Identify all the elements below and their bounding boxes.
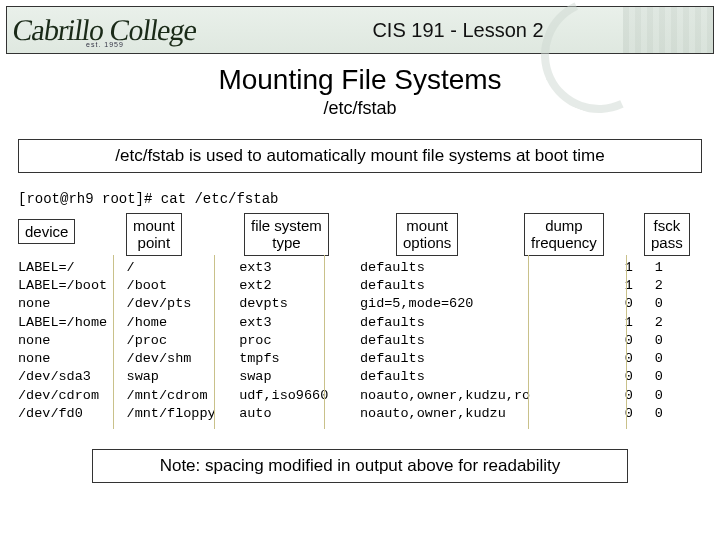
- cell-device: none: [18, 295, 127, 313]
- table-row: none/dev/ptsdevptsgid=5,mode=62000: [18, 295, 702, 313]
- cell-fstype: ext3: [239, 314, 360, 332]
- table-row: /dev/fd0/mnt/floppyautonoauto,owner,kudz…: [18, 405, 702, 423]
- cell-fstype: devpts: [239, 295, 360, 313]
- cell-fstype: proc: [239, 332, 360, 350]
- table-row: /dev/cdrom/mnt/cdromudf,iso9660noauto,ow…: [18, 387, 702, 405]
- cell-fstype: udf,iso9660: [239, 387, 360, 405]
- cell-mount: swap: [127, 368, 240, 386]
- college-logo: Cabrillo College est. 1959: [7, 7, 203, 53]
- cell-device: LABEL=/boot: [18, 277, 127, 295]
- cell-options: noauto,owner,kudzu,ro: [360, 387, 575, 405]
- table-row: LABEL=/boot/bootext2defaults12: [18, 277, 702, 295]
- slide-banner: Cabrillo College est. 1959 CIS 191 - Les…: [6, 6, 714, 54]
- cell-device: LABEL=/: [18, 259, 127, 277]
- label-fsck: fsckpass: [644, 213, 690, 256]
- cell-fstype: ext3: [239, 259, 360, 277]
- cell-options: gid=5,mode=620: [360, 295, 575, 313]
- cell-mount: /dev/pts: [127, 295, 240, 313]
- cell-fsck: 0: [655, 350, 702, 368]
- cell-options: defaults: [360, 314, 575, 332]
- logo-subtext: est. 1959: [86, 41, 124, 48]
- cell-dump: 0: [575, 387, 655, 405]
- cell-device: /dev/fd0: [18, 405, 127, 423]
- cell-options: defaults: [360, 277, 575, 295]
- cell-fstype: tmpfs: [239, 350, 360, 368]
- cell-fstype: ext2: [239, 277, 360, 295]
- column-divider: [324, 255, 325, 429]
- cell-fstype: swap: [239, 368, 360, 386]
- cell-device: none: [18, 332, 127, 350]
- fstab-table-wrap: LABEL=//ext3defaults11LABEL=/boot/bootex…: [0, 259, 720, 423]
- label-fs-type: file systemtype: [244, 213, 329, 256]
- fstab-table: LABEL=//ext3defaults11LABEL=/boot/bootex…: [18, 259, 702, 423]
- cell-mount: /boot: [127, 277, 240, 295]
- column-divider: [113, 255, 114, 429]
- cell-device: /dev/sda3: [18, 368, 127, 386]
- table-row: LABEL=/home/homeext3defaults12: [18, 314, 702, 332]
- cell-fsck: 2: [655, 314, 702, 332]
- label-options: mountoptions: [396, 213, 458, 256]
- cell-options: noauto,owner,kudzu: [360, 405, 575, 423]
- cell-options: defaults: [360, 350, 575, 368]
- cell-device: none: [18, 350, 127, 368]
- cell-dump: 0: [575, 295, 655, 313]
- label-device: device: [18, 219, 75, 244]
- cell-fstype: auto: [239, 405, 360, 423]
- cell-fsck: 0: [655, 368, 702, 386]
- description-callout: /etc/fstab is used to automatically moun…: [18, 139, 702, 173]
- table-row: none/dev/shmtmpfsdefaults00: [18, 350, 702, 368]
- cell-dump: 0: [575, 332, 655, 350]
- command-line: [root@rh9 root]# cat /etc/fstab: [18, 191, 720, 207]
- cell-fsck: 0: [655, 405, 702, 423]
- cell-mount: /: [127, 259, 240, 277]
- cell-options: defaults: [360, 332, 575, 350]
- cell-fsck: 0: [655, 332, 702, 350]
- cell-mount: /proc: [127, 332, 240, 350]
- label-mount-point: mountpoint: [126, 213, 182, 256]
- cell-fsck: 0: [655, 387, 702, 405]
- cell-dump: 0: [575, 405, 655, 423]
- cell-fsck: 0: [655, 295, 702, 313]
- table-row: LABEL=//ext3defaults11: [18, 259, 702, 277]
- cell-mount: /mnt/floppy: [127, 405, 240, 423]
- cell-device: /dev/cdrom: [18, 387, 127, 405]
- cell-device: LABEL=/home: [18, 314, 127, 332]
- cell-fsck: 2: [655, 277, 702, 295]
- column-divider: [528, 255, 529, 429]
- footer-note: Note: spacing modified in output above f…: [92, 449, 628, 483]
- table-row: none/procprocdefaults00: [18, 332, 702, 350]
- label-dump: dumpfrequency: [524, 213, 604, 256]
- column-divider: [626, 255, 627, 429]
- cell-options: defaults: [360, 368, 575, 386]
- cell-dump: 0: [575, 368, 655, 386]
- cell-dump: 1: [575, 277, 655, 295]
- cell-options: defaults: [360, 259, 575, 277]
- cell-mount: /dev/shm: [127, 350, 240, 368]
- cell-mount: /mnt/cdrom: [127, 387, 240, 405]
- column-labels-row: device mountpoint file systemtype mounto…: [18, 213, 702, 257]
- cell-dump: 0: [575, 350, 655, 368]
- cell-dump: 1: [575, 314, 655, 332]
- table-row: /dev/sda3swapswapdefaults00: [18, 368, 702, 386]
- cell-dump: 1: [575, 259, 655, 277]
- cell-mount: /home: [127, 314, 240, 332]
- cell-fsck: 1: [655, 259, 702, 277]
- column-divider: [214, 255, 215, 429]
